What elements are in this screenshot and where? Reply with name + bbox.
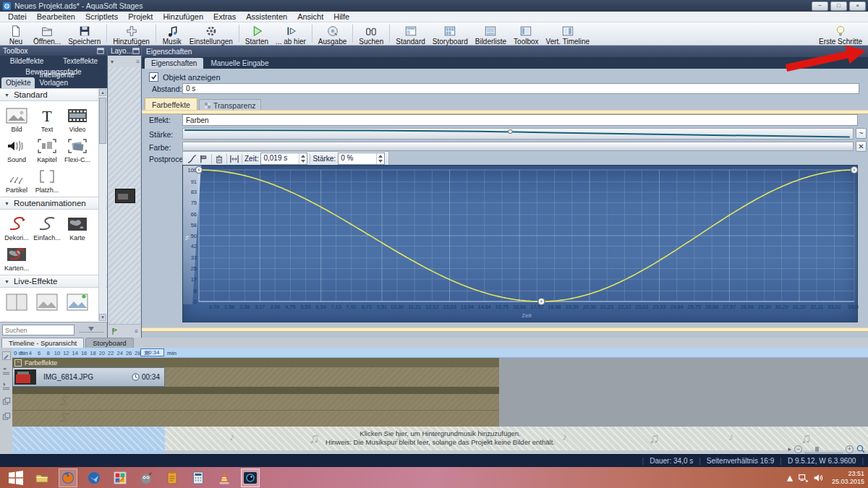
toolbar-storyboard-button[interactable]: Storyboard <box>429 23 472 44</box>
curve-editor[interactable]: 08172533425058667583911000,791,582,383,1… <box>182 165 858 322</box>
empty-effect-track[interactable] <box>12 394 499 410</box>
toolbox-item-partikel[interactable]: Partikel <box>1 166 32 194</box>
zeit-spinner[interactable]: 0,019 s <box>260 153 307 165</box>
menu-projekt[interactable]: Projekt <box>123 12 158 21</box>
zoom-in-button[interactable]: + <box>846 445 854 453</box>
staerke-spinner[interactable]: 0 % <box>338 153 385 165</box>
taskbar-calculator-icon[interactable] <box>189 468 208 487</box>
scroll-right-icon[interactable]: ▸ <box>788 445 791 453</box>
toolbox-scrollbar[interactable]: ▲ ▼ <box>98 89 106 321</box>
maximize-button[interactable]: □ <box>830 1 847 11</box>
taskbar-clock[interactable]: 23:51 25.03.2015 <box>832 470 864 485</box>
edit-mode-icon[interactable] <box>2 351 11 360</box>
strength-curve-chart[interactable]: 08172533425058667583911000,791,582,383,1… <box>183 166 859 323</box>
toolbox-item-einfach[interactable]: Einfach... <box>32 214 62 241</box>
keyframe-flag-icon[interactable] <box>199 154 209 164</box>
menu-hilfe[interactable]: Hilfe <box>328 12 354 21</box>
scroll-up-icon[interactable]: ▲ <box>99 89 106 96</box>
layout-bottom-menu-icon[interactable]: ≡ <box>135 328 138 335</box>
scroll-down-icon[interactable]: ▼ <box>99 314 106 321</box>
toolbox-item-karte[interactable]: Karte <box>62 214 93 241</box>
zoom-slider[interactable] <box>805 445 843 453</box>
tab-objekte[interactable]: Objekte <box>1 77 35 88</box>
track-collapsed-icon[interactable] <box>2 382 11 390</box>
collapse-group-icon[interactable]: − <box>14 359 22 367</box>
toolbox-search-input[interactable] <box>2 325 75 335</box>
toolbox-item-sound[interactable]: Sound <box>1 136 32 163</box>
toolbar-toolbox-button[interactable]: Toolbox <box>510 23 542 44</box>
taskbar-vlc-icon[interactable] <box>215 468 234 487</box>
tab-manuelle-eingabe[interactable]: Manuelle Eingabe <box>204 58 275 69</box>
taskbar-firefox-icon[interactable] <box>59 468 77 487</box>
taskbar-gimp-icon[interactable] <box>137 468 156 487</box>
toolbox-section-standard[interactable]: ▼Standard <box>0 88 107 101</box>
menu-ansicht[interactable]: Ansicht <box>292 12 328 21</box>
toolbar-öffnen-button[interactable]: Öffnen... <box>30 23 64 44</box>
toolbar-erste-schritte-button[interactable]: Erste Schritte <box>815 23 866 44</box>
toolbox-item-karten[interactable]: Karten... <box>1 244 32 272</box>
menu-extras[interactable]: Extras <box>208 12 241 21</box>
tab-timeline-spuransicht[interactable]: Timeline - Spuransicht <box>1 338 84 348</box>
minimize-button[interactable]: − <box>812 1 828 11</box>
scrollbar-thumb[interactable] <box>99 98 106 144</box>
layers-alt-icon[interactable] <box>2 412 11 421</box>
toolbar-neu-button[interactable]: Neu <box>2 23 30 44</box>
tab-storyboard[interactable]: Storyboard <box>85 338 133 348</box>
wand-dropdown-caret[interactable]: ▾ <box>111 59 114 65</box>
toolbar-speichern-button[interactable]: Speichern <box>64 23 104 44</box>
toolbar-starten-button[interactable]: Starten <box>242 23 272 44</box>
play-flag-icon[interactable] <box>111 328 119 335</box>
toolbar-suchen-button[interactable]: Suchen <box>355 23 387 44</box>
toolbar-musik-button[interactable]: Musik <box>158 23 186 44</box>
subtrack-header[interactable] <box>12 387 499 394</box>
toolbox-item-live2[interactable] <box>32 292 62 320</box>
tab-texteffekte[interactable]: Texteffekte <box>54 56 107 67</box>
toolbar-hinzufügen-button[interactable]: Hinzufügen <box>109 23 153 44</box>
tray-caret-icon[interactable]: ▴ <box>787 471 793 484</box>
dock-icon[interactable] <box>132 48 140 54</box>
layout-thumbnail[interactable] <box>115 189 135 203</box>
toolbox-item-platzh[interactable]: Platzh... <box>32 166 62 194</box>
abstand-input[interactable]: 0 s <box>182 83 859 94</box>
menu-bearbeiten[interactable]: Bearbeiten <box>32 12 80 21</box>
taskbar-photo-viewer-icon[interactable] <box>111 468 129 487</box>
effect-group-header[interactable]: − Farbeffekte <box>12 358 499 367</box>
wave-mode-button[interactable]: ~ <box>856 128 867 139</box>
zoom-out-button[interactable]: − <box>794 445 802 453</box>
toolbox-item-kapitel[interactable]: Kapitel <box>32 136 62 163</box>
toolbar-standard-button[interactable]: Standard <box>392 23 429 44</box>
toolbar-bilderliste-button[interactable]: Bilderliste <box>472 23 510 44</box>
toolbox-item-dekori[interactable]: Dekori... <box>1 214 32 241</box>
clear-color-button[interactable]: ✕ <box>856 141 867 152</box>
magnifier-icon[interactable] <box>856 445 865 453</box>
toolbar-einstellungen-button[interactable]: Einstellungen <box>186 23 237 44</box>
toolbar-ausgabe-button[interactable]: Ausgabe <box>315 23 350 44</box>
tab-bildeffekte[interactable]: Bildeffekte <box>0 56 54 67</box>
track-menu-icon[interactable] <box>14 388 22 393</box>
toolbox-item-bild[interactable]: Bild <box>1 106 32 133</box>
taskbar-notes-icon[interactable] <box>163 468 182 487</box>
track-options-icon[interactable] <box>2 367 11 375</box>
taskbar-start-icon[interactable] <box>7 468 25 487</box>
curve-tool-icon[interactable] <box>187 154 197 164</box>
toolbox-section-routenanimationen[interactable]: ▼Routenanimationen <box>0 197 107 210</box>
toolbar-ab-hier-button[interactable]: ... ab hier <box>272 23 310 44</box>
timeline-ruler[interactable]: 0 min 00:34 min 246810121416182022242628… <box>12 348 868 358</box>
network-icon[interactable] <box>798 473 808 483</box>
show-object-checkbox[interactable] <box>149 72 158 82</box>
farbe-gradient-strip[interactable] <box>182 142 854 151</box>
taskbar-explorer-icon[interactable] <box>33 468 51 487</box>
layers-icon[interactable] <box>2 397 11 406</box>
toolbox-section-live-effekte[interactable]: ▼Live-Effekte <box>0 275 107 288</box>
layout-menu-icon[interactable]: ≡ <box>136 59 140 65</box>
toolbox-item-flexi-c[interactable]: Flexi-C... <box>62 136 93 163</box>
empty-effect-track[interactable] <box>12 410 499 427</box>
thumbnail-size-slider[interactable] <box>78 326 105 335</box>
fit-width-icon[interactable] <box>229 154 239 164</box>
music-track[interactable]: ♪♫♪♫♪♫♪♫ Klicken Sie hier, um Hintergrun… <box>12 427 868 450</box>
taskbar-aquasoft-stages-icon[interactable] <box>241 468 260 487</box>
toolbox-item-video[interactable]: Video <box>62 106 93 133</box>
delete-keyframe-icon[interactable] <box>214 154 224 164</box>
menu-assistenten[interactable]: Assistenten <box>241 12 292 21</box>
menu-hinzufügen[interactable]: Hinzufügen <box>158 12 208 21</box>
